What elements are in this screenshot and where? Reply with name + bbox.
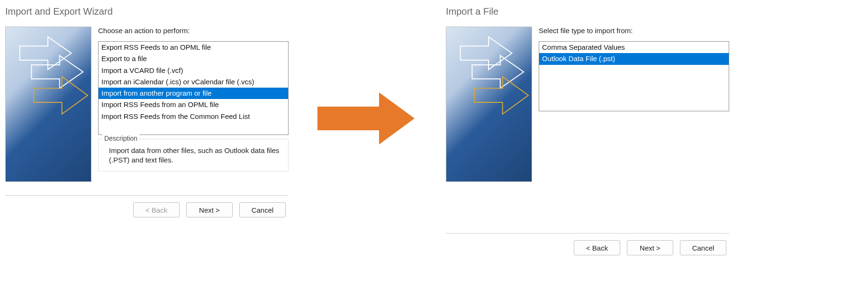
prompt-label: Select file type to import from: (539, 27, 729, 35)
dialog-title: Import a File (441, 0, 734, 27)
cancel-button[interactable]: Cancel (239, 202, 286, 217)
next-button[interactable]: Next > (627, 240, 673, 255)
action-list-item[interactable]: Import from another program or file (99, 88, 288, 99)
description-text: Import data from other files, such as Ou… (104, 142, 282, 166)
arrows-graphic-icon (6, 27, 91, 181)
cancel-button[interactable]: Cancel (680, 240, 726, 255)
dialog-title: Import and Export Wizard (0, 0, 293, 27)
button-row: < Back Next > Cancel (441, 234, 734, 255)
action-list-item[interactable]: Import RSS Feeds from an OPML file (99, 99, 288, 110)
filetype-listbox[interactable]: Comma Separated ValuesOutlook Data File … (539, 41, 729, 111)
description-label: Description (102, 135, 139, 142)
prompt-label: Choose an action to perform: (98, 27, 289, 35)
dialog-body: Select file type to import from: Comma S… (441, 27, 734, 182)
action-listbox[interactable]: Export RSS Feeds to an OPML fileExport t… (98, 41, 289, 135)
next-button[interactable]: Next > (186, 202, 233, 217)
filetype-list-item[interactable]: Comma Separated Values (539, 42, 729, 53)
action-list-item[interactable]: Import RSS Feeds from the Common Feed Li… (99, 111, 288, 122)
action-list-item[interactable]: Import an iCalendar (.ics) or vCalendar … (99, 76, 288, 88)
wizard-illustration (5, 27, 91, 182)
dialog-body: Choose an action to perform: Export RSS … (0, 27, 293, 182)
action-list-item[interactable]: Import a VCARD file (.vcf) (99, 65, 288, 76)
back-button[interactable]: < Back (133, 202, 180, 217)
arrows-graphic-icon (446, 27, 532, 181)
action-list-item[interactable]: Export to a file (99, 53, 288, 64)
description-group: Description Import data from other files… (98, 139, 289, 171)
action-list-item[interactable]: Export RSS Feeds to an OPML file (99, 42, 288, 53)
filetype-list-item[interactable]: Outlook Data File (.pst) (539, 53, 729, 64)
transition-arrow-icon (313, 90, 417, 147)
wizard-dialog-step1: Import and Export Wizard Choose an actio… (0, 0, 294, 256)
button-row: < Back Next > Cancel (0, 196, 293, 217)
content-column: Select file type to import from: Comma S… (539, 27, 729, 182)
wizard-dialog-step2: Import a File Select file type to import… (441, 0, 734, 256)
wizard-illustration (446, 27, 532, 182)
content-column: Choose an action to perform: Export RSS … (98, 27, 289, 182)
back-button[interactable]: < Back (574, 240, 620, 255)
